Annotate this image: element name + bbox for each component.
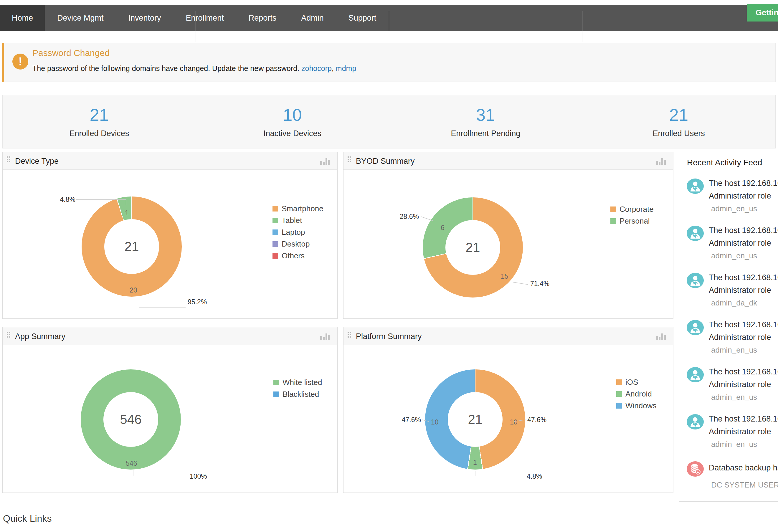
legend-item-others[interactable]: Others [273,250,323,261]
feed-item-user: admin_en_us [711,204,757,213]
password-changed-alert: ! [2,43,776,82]
nav-item-enrollment[interactable]: Enrollment [173,5,236,31]
panel-header: App Summary [3,327,337,345]
nav-item-device-mgmt[interactable]: Device Mgmt [45,5,116,31]
bar-chart-icon[interactable] [656,157,667,165]
legend-item-corporate[interactable]: Corporate [610,203,654,215]
nav-item-support[interactable]: Support [336,5,389,31]
stat-enrollment-pending[interactable]: 31 Enrollment Pending [389,95,582,148]
legend-label: White listed [283,378,322,387]
nav-item-home[interactable]: Home [0,5,45,31]
summary-stats-strip: 21 Enrolled Devices 10 Inactive Devices … [2,95,776,148]
getting-started-button[interactable]: Getting Started [747,4,778,21]
nav-item-inventory[interactable]: Inventory [116,5,173,31]
feed-list[interactable]: The host 192.168.102 Administrator role … [679,172,778,491]
device-type-donut[interactable]: 21 [82,197,182,297]
legend-swatch [273,218,278,223]
feed-item: The host 192.168.102 Administrator role … [679,224,778,271]
value-label-personal: 6 [441,224,445,232]
legend-label: Windows [625,401,656,410]
pct-label-whitelisted: 100% [190,472,207,480]
alert-message: The password of the following domains ha… [32,64,356,73]
donut-total: 21 [125,239,139,254]
feed-item: The host 192.168.102 Administrator role … [679,413,778,460]
legend-item-windows[interactable]: Windows [616,400,656,411]
donut-hole: 21 [104,219,159,274]
legend-swatch [616,391,622,397]
feed-item-user: admin_en_us [711,440,757,449]
value-label-whitelisted: 546 [126,460,137,467]
legend-label: Corporate [620,205,654,214]
bar-chart-icon[interactable] [320,157,331,165]
legend-swatch [610,218,616,224]
legend-label: Others [282,251,305,260]
recent-activity-feed-panel: Recent Activity Feed The host 19 [679,152,778,502]
drag-handle-icon[interactable] [7,332,10,340]
app-summary-donut[interactable]: 546 [81,369,181,469]
legend-item-tablet[interactable]: Tablet [273,215,323,226]
legend-item-ios[interactable]: iOS [616,376,656,388]
platform-legend: iOS Android Windows [616,376,656,411]
stat-label: Inactive Devices [263,129,321,138]
drag-handle-icon[interactable] [347,156,351,165]
legend-swatch [273,241,278,247]
donut-hole: 546 [103,392,158,447]
feed-item-text-line1: The host 192.168.102 [709,271,778,284]
alert-link-mdmp[interactable]: mdmp [336,64,356,72]
feed-item-user: DC SYSTEM USER [711,480,778,489]
alert-title: Password Changed [32,48,109,58]
legend-label: Desktop [282,239,310,249]
legend-item-smartphone[interactable]: Smartphone [273,203,323,215]
legend-label: Tablet [282,216,302,225]
stat-value: 21 [669,105,688,124]
feed-item: The host 192.168.102 Administrator role … [679,177,778,224]
user-avatar-icon [687,178,704,194]
drag-handle-icon[interactable] [347,332,351,340]
nav-item-reports[interactable]: Reports [236,5,289,31]
bar-chart-icon[interactable] [320,332,331,340]
app-summary-legend: White listed Blacklisted [274,376,322,400]
value-label-windows: 10 [431,418,439,426]
alert-link-separator: , [332,64,336,72]
feed-item-user: admin_en_us [711,251,757,260]
value-label-ios: 10 [510,418,518,426]
byod-summary-donut[interactable]: 21 [423,197,523,298]
feed-title: Recent Activity Feed [687,158,762,167]
value-label-tablet: 1 [125,209,129,217]
stat-label: Enrollment Pending [451,129,521,138]
feed-item-text-line2: Administrator role [709,425,771,438]
stat-enrolled-users[interactable]: 21 Enrolled Users [582,95,775,148]
user-avatar-icon [687,225,704,241]
bar-chart-icon[interactable] [656,332,667,340]
byod-legend: Corporate Personal [610,203,654,227]
feed-item-text-line1: The host 192.168.102 [709,318,778,331]
device-type-legend: Smartphone Tablet Laptop Desktop Others [273,203,323,261]
nav-item-admin[interactable]: Admin [289,5,336,31]
legend-item-personal[interactable]: Personal [610,215,654,227]
pct-label-windows: 47.6% [399,416,421,424]
stat-enrolled-devices[interactable]: 21 Enrolled Devices [3,95,196,148]
drag-handle-icon[interactable] [7,156,10,165]
legend-item-android[interactable]: Android [616,388,656,400]
legend-label: iOS [625,378,638,387]
legend-item-blacklisted[interactable]: Blacklisted [274,388,322,400]
feed-item-text-line1: The host 192.168.102 [709,413,778,425]
feed-item-text-line1: The host 192.168.102 [709,366,778,378]
legend-item-whitelisted[interactable]: White listed [274,376,322,388]
feed-item-text-line1: Database backup has [709,462,778,474]
feed-item-text-line1: The host 192.168.102 [709,177,778,190]
legend-swatch [616,379,622,385]
feed-item: The host 192.168.102 Administrator role … [679,271,778,318]
divider [196,11,196,42]
panel-header: BYOD Summary [343,152,673,170]
legend-swatch [273,253,278,259]
legend-item-laptop[interactable]: Laptop [273,226,323,238]
alert-link-zohocorp[interactable]: zohocorp [301,64,332,72]
panel-header: Platform Summary [343,327,673,345]
feed-item: Database backup has DC SYSTEM USER [679,460,778,491]
feed-item: The host 192.168.102 Administrator role … [679,318,778,366]
stat-inactive-devices[interactable]: 10 Inactive Devices [196,95,389,148]
legend-item-desktop[interactable]: Desktop [273,238,323,250]
feed-item-text-line2: Administrator role [709,331,771,344]
panel-title: App Summary [15,332,65,341]
